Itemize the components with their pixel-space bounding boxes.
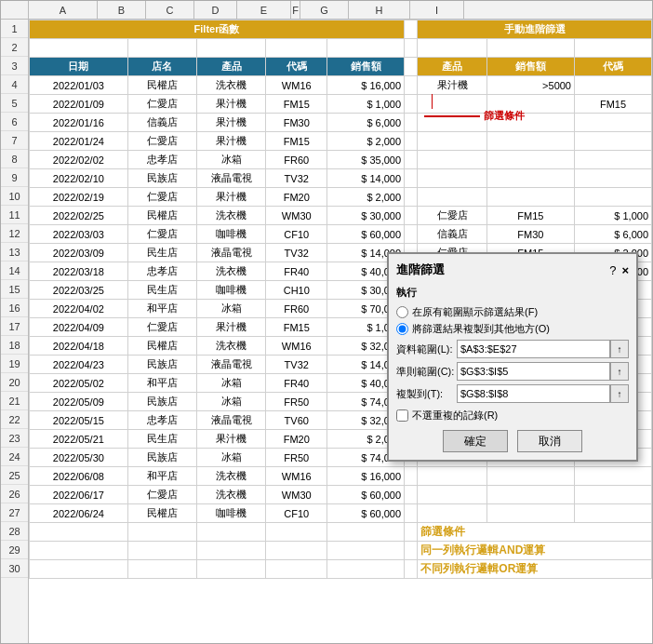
col-header-h: H [349,1,410,19]
r3sep [405,58,418,76]
arrow-label: 篩選條件 [484,109,525,123]
field-input-copy-to[interactable]: $G$8:$I$8 [457,384,610,403]
field-row-criteria-range: 準則範圍(C): $G$3:$I$5 ↑ [396,362,629,381]
column-headers: A B C D E F G H I [1,1,652,20]
row-num-11: 11 [1,206,28,224]
table-row: 2022/06/17 仁愛店 洗衣機 WM30 $ 60,000 [30,486,652,504]
dialog-question[interactable]: ? [609,263,616,277]
filter-title: Filter函數 [30,20,405,39]
row-28: 篩選條件 [30,523,652,542]
row-num-12: 12 [1,224,28,243]
field-btn-copy-to[interactable]: ↑ [610,384,629,403]
cancel-button[interactable]: 取消 [517,430,582,452]
r2c9 [575,39,652,58]
dialog-section-label: 執行 [396,286,629,300]
row-num-26: 26 [1,485,28,503]
r2c7 [418,39,486,58]
dialog-title: 進階篩選 [396,262,445,278]
row-num-13: 13 [1,243,28,262]
annotation-line3: 不同列執行邏輯OR運算 [418,560,652,579]
row-num-23: 23 [1,429,28,448]
r2c5 [327,39,405,58]
row-3-headers: 日期 店名 產品 代碼 銷售額 產品 銷售額 代碼 [30,58,652,76]
row-num-18: 18 [1,336,28,355]
criteria-arrow: 篩選條件 [424,109,525,123]
col-header-a: A [29,1,98,19]
header-date: 日期 [30,58,128,76]
unique-records-checkbox[interactable] [396,409,408,422]
row-num-20: 20 [1,373,28,392]
corner-cell [1,1,29,19]
table-row: 2022/01/24 仁愛店 果汁機 FM15 $ 2,000 [30,132,652,151]
r2c4 [266,39,327,58]
dialog-close-icon[interactable]: × [621,263,629,277]
header-product2: 產品 [418,58,486,76]
col-header-f: F [291,1,300,19]
field-label-data-range: 資料範圍(L): [396,342,457,356]
row-num-5: 5 [1,94,28,113]
table-row: 2022/02/10 民族店 液晶電視 TV32 $ 14,000 [30,169,652,188]
r2c1 [30,39,128,58]
row-num-14: 14 [1,262,28,280]
table-row: 2022/06/24 民權店 咖啡機 CF10 $ 60,000 [30,504,652,523]
radio-item-1[interactable]: 在原有範圍顯示篩選結果(F) [396,305,629,319]
field-input-criteria-range[interactable]: $G$3:$I$5 [457,362,610,381]
row-num-2: 2 [1,38,28,57]
radio-copy-elsewhere[interactable] [396,323,408,335]
spreadsheet: A B C D E F G H I 1 2 3 4 5 6 7 8 9 10 1… [0,0,653,644]
field-btn-data-range[interactable]: ↑ [610,340,629,358]
header-sales: 銷售額 [327,58,405,76]
row-num-30: 30 [1,559,28,578]
row-29: 同一列執行邏輯AND運算 [30,542,652,560]
col-header-b: B [98,1,146,19]
dialog-title-bar: 進階篩選 ? × [396,262,629,278]
field-label-copy-to: 複製到(T): [396,387,457,401]
col-header-i: I [410,1,464,19]
arrow-horizontal [424,115,480,117]
row-2 [30,39,652,58]
row-num-16: 16 [1,299,28,317]
row-num-22: 22 [1,410,28,429]
row-num-25: 25 [1,466,28,485]
row-num-1: 1 [1,20,28,38]
manual-title: 手動進階篩選 [418,20,652,39]
field-row-copy-to: 複製到(T): $G$8:$I$8 ↑ [396,384,629,403]
col-header-d: D [194,1,237,19]
radio-show-in-place[interactable] [396,306,408,318]
field-btn-criteria-range[interactable]: ↑ [610,362,629,381]
header-product: 產品 [197,58,266,76]
row-num-7: 7 [1,131,28,150]
header-code: 代碼 [266,58,327,76]
res-header-code: 代碼 [486,188,574,207]
annotation-line2: 同一列執行邏輯AND運算 [418,542,652,560]
table-row: 2022/01/03 民權店 洗衣機 WM16 $ 16,000 果汁機 >50… [30,76,652,95]
radio-group: 在原有範圍顯示篩選結果(F) 將篩選結果複製到其他地方(O) [396,305,629,336]
table-row: 2022/06/08 和平店 洗衣機 WM16 $ 16,000 [30,467,652,486]
radio-label-1: 在原有範圍顯示篩選結果(F) [412,305,538,319]
res-header-store: 店名 [418,188,486,207]
table-row: 2022/02/19 仁愛店 果汁機 FM20 $ 2,000 店名 代碼 銷售… [30,188,652,207]
radio-item-2[interactable]: 將篩選結果複製到其他地方(O) [396,322,629,336]
row-num-3: 3 [1,57,28,75]
radio-label-2: 將篩選結果複製到其他地方(O) [412,322,550,336]
checkbox-row[interactable]: 不選重複的記錄(R) [396,409,629,423]
table-row: 2022/01/09 仁愛店 果汁機 FM15 $ 1,000 FM15 [30,95,652,114]
dialog-buttons: 確定 取消 [396,430,629,452]
r2c8 [486,39,574,58]
field-input-data-range[interactable]: $A$3:$E$27 [457,340,610,358]
dialog-controls: ? × [609,263,629,277]
col-header-c: C [146,1,194,19]
sep-r1 [405,20,418,39]
row-num-9: 9 [1,168,28,187]
annotation-line1: 篩選條件 [418,523,652,542]
row-num-21: 21 [1,392,28,410]
table-row: 2022/01/16 信義店 果汁機 FM30 $ 6,000 [30,114,652,132]
arrow-vertical [432,94,433,109]
confirm-button[interactable]: 確定 [443,430,508,452]
field-label-criteria-range: 準則範圍(C): [396,365,457,379]
row-30: 不同列執行邏輯OR運算 [30,560,652,579]
checkbox-label: 不選重複的記錄(R) [412,409,498,423]
res-header-sales: 銷售額 [575,188,652,207]
header-code2: 代碼 [575,58,652,76]
r2sep [405,39,418,58]
